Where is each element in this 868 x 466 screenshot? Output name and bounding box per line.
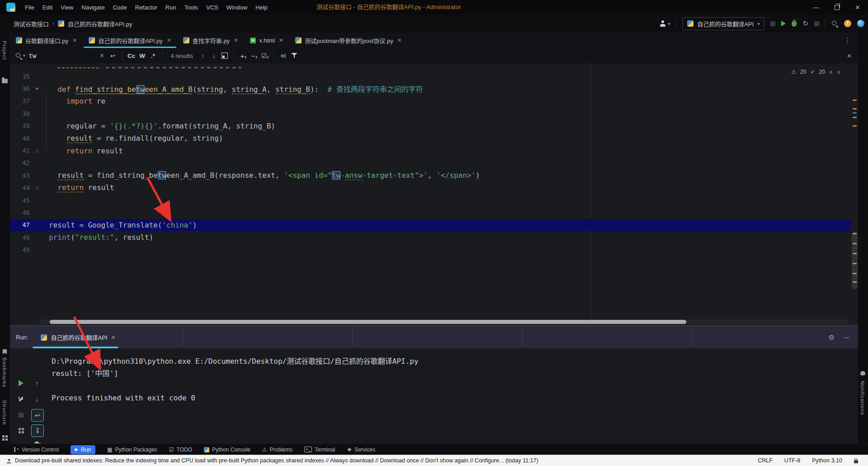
- toolwindow-button-run[interactable]: Run: [71, 445, 95, 454]
- menu-navigate[interactable]: Navigate: [77, 3, 108, 12]
- toolwindow-button-python-console[interactable]: Python Console: [204, 447, 250, 453]
- editor-tab[interactable]: 自己抓的谷歌翻译API.py✕: [83, 33, 177, 48]
- interpreter-indicator[interactable]: Python 3.10: [812, 457, 842, 464]
- add-selection-button[interactable]: +II: [238, 50, 249, 61]
- menu-refactor[interactable]: Refactor: [131, 3, 161, 12]
- sidebar-item-bookmarks[interactable]: Bookmarks: [2, 357, 7, 388]
- bookmark-icon[interactable]: [3, 349, 7, 354]
- toolwindow-button-python-packages[interactable]: ▦Python Packages: [107, 447, 157, 453]
- vertical-scrollbar-thumb[interactable]: [852, 232, 858, 290]
- code-with-me-icon[interactable]: [857, 20, 864, 27]
- search-input[interactable]: tw: [29, 52, 97, 59]
- breadcrumb-project[interactable]: 测试谷歌接口: [14, 19, 49, 28]
- prev-problem-icon[interactable]: ∧: [829, 69, 833, 75]
- soft-wrap-toggle[interactable]: ↩: [31, 409, 44, 422]
- bell-icon[interactable]: [860, 371, 865, 375]
- run-button[interactable]: [781, 21, 786, 26]
- match-case-toggle[interactable]: Cc: [126, 50, 137, 61]
- next-problem-icon[interactable]: ∨: [837, 69, 840, 75]
- menu-code[interactable]: Code: [109, 3, 131, 12]
- code-line[interactable]: 46: [10, 206, 851, 219]
- settings-gear-icon[interactable]: ⚙: [829, 333, 835, 342]
- grid-icon[interactable]: [2, 435, 5, 437]
- menu-run[interactable]: Run: [161, 3, 180, 12]
- run-tab[interactable]: 自己抓的谷歌翻译API ✕: [36, 326, 120, 348]
- previous-occurrence-button[interactable]: ↑: [198, 50, 208, 61]
- stop-icon-2[interactable]: [814, 21, 819, 26]
- code-line[interactable]: 49: [10, 243, 851, 256]
- menu-tools[interactable]: Tools: [180, 3, 202, 12]
- update-available-icon[interactable]: [844, 20, 851, 27]
- lock-icon[interactable]: [854, 460, 858, 463]
- code-line[interactable]: 45: [10, 194, 851, 206]
- toolwindow-button-services[interactable]: ❖Services: [347, 447, 375, 453]
- restore-layout-button[interactable]: [15, 424, 27, 436]
- down-stack-trace-button[interactable]: ↓: [31, 394, 43, 405]
- rerun-button[interactable]: [15, 377, 27, 389]
- encoding-indicator[interactable]: UTF-8: [784, 457, 800, 464]
- sidebar-item-project[interactable]: Project: [2, 41, 7, 60]
- whole-words-toggle[interactable]: W: [137, 50, 148, 61]
- editor-tab[interactable]: 测试postman带参数的post协议.py✕: [289, 33, 408, 48]
- close-icon[interactable]: ✕: [111, 334, 115, 341]
- debug-button[interactable]: [792, 21, 797, 27]
- toolwindow-button-problems[interactable]: ⚠Problems: [262, 447, 292, 453]
- tab-overflow-menu[interactable]: ⋮: [837, 33, 858, 48]
- toolwindow-button-todo[interactable]: ☑TODO: [169, 447, 192, 453]
- code-line[interactable]: 41⌂return result: [10, 144, 851, 157]
- gutter-home-icon[interactable]: ⌂: [33, 185, 41, 191]
- close-find-bar-button[interactable]: ✕: [847, 52, 852, 59]
- tab-close-icon[interactable]: ✕: [72, 37, 77, 43]
- line-ending-indicator[interactable]: CRLF: [758, 457, 773, 464]
- filter-search-button[interactable]: [289, 50, 300, 61]
- tab-close-icon[interactable]: ✕: [167, 37, 171, 43]
- code-editor[interactable]: 3536▾def find_string_between_A_amd_B(str…: [10, 63, 858, 325]
- toolwindow-button-version-control[interactable]: Version Control: [14, 447, 59, 453]
- code-line[interactable]: 40result = re.findall(regular, string): [10, 132, 851, 144]
- menu-vcs[interactable]: VCS: [202, 3, 222, 12]
- remove-selection-button[interactable]: −II: [249, 50, 259, 61]
- menu-view[interactable]: View: [57, 3, 77, 12]
- run-settings-button[interactable]: [15, 394, 27, 405]
- filter-lines-button[interactable]: ≡I: [278, 50, 289, 61]
- status-message[interactable]: Download pre-built shared indexes: Reduc…: [15, 457, 758, 464]
- minimize-button[interactable]: —: [806, 0, 826, 14]
- toolwindow-button-terminal[interactable]: >_Terminal: [304, 447, 335, 453]
- code-line[interactable]: 39regular = '{}(.*?){}'.format(string_A,…: [10, 120, 851, 132]
- code-line[interactable]: 37import re: [10, 95, 851, 107]
- next-occurrence-button[interactable]: ↓: [208, 50, 219, 61]
- sidebar-item-structure[interactable]: Structure: [2, 400, 7, 425]
- horizontal-scrollbar[interactable]: [39, 319, 849, 324]
- regex-toggle[interactable]: .*: [148, 50, 159, 61]
- gutter-fold-icon[interactable]: ▾: [33, 86, 41, 92]
- breadcrumb-file[interactable]: 自己抓的谷歌翻译API.py: [68, 19, 132, 28]
- stop-button[interactable]: [15, 409, 27, 421]
- hide-panel-icon[interactable]: —: [844, 334, 849, 341]
- up-stack-trace-button[interactable]: ↑: [31, 377, 43, 389]
- editor-tab[interactable]: 查找字符串.py✕: [177, 33, 244, 48]
- menu-edit[interactable]: Edit: [38, 3, 57, 12]
- editor-tab[interactable]: x.html✕: [244, 33, 289, 48]
- menu-window[interactable]: Window: [222, 3, 251, 12]
- search-history-button[interactable]: ↩: [108, 50, 118, 61]
- sidebar-item-notifications[interactable]: Notifications: [860, 381, 865, 415]
- menu-help[interactable]: Help: [251, 3, 272, 12]
- code-line[interactable]: 43result = find_string_between_A_amd_B(r…: [10, 169, 851, 181]
- horizontal-scrollbar-thumb[interactable]: [50, 320, 686, 324]
- code-line[interactable]: 47result = Google_Translate('china'): [10, 219, 851, 231]
- tab-close-icon[interactable]: ✕: [279, 37, 283, 43]
- search-mode-button[interactable]: ▾: [15, 52, 25, 59]
- restore-button[interactable]: [826, 0, 847, 14]
- code-line[interactable]: 44⌂return result: [10, 182, 851, 194]
- code-line[interactable]: 38: [10, 107, 851, 119]
- folder-icon[interactable]: [2, 79, 8, 83]
- run-console-output[interactable]: D:\Programs\python310\python.exe E:/Docu…: [52, 348, 856, 443]
- editor-tab[interactable]: 谷歌翻译接口.py✕: [10, 33, 83, 48]
- scroll-to-end-toggle[interactable]: ↧: [31, 424, 44, 437]
- code-line[interactable]: 42: [10, 157, 851, 169]
- rerun-icon[interactable]: ↻: [802, 19, 808, 28]
- search-everywhere-icon[interactable]: [831, 20, 838, 27]
- close-button[interactable]: ✕: [847, 0, 868, 14]
- menu-file[interactable]: File: [21, 3, 38, 12]
- code-line[interactable]: 48print("result:", result): [10, 231, 851, 243]
